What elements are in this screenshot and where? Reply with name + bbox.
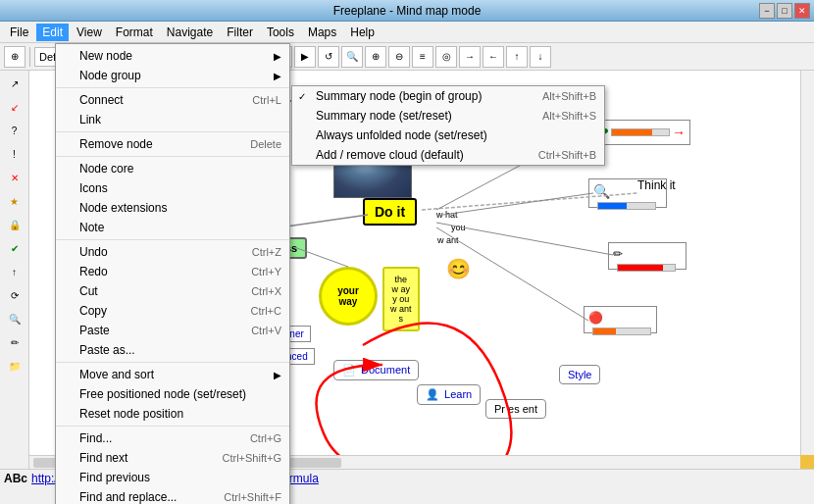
tb-btn6[interactable]: ⊖	[388, 46, 410, 68]
summary-reset-label: Summary node (set/reset)	[316, 109, 452, 123]
menu-note[interactable]: Note	[56, 218, 289, 237]
menu-paste-as[interactable]: Paste as...	[56, 340, 289, 360]
menu-help[interactable]: Help	[344, 24, 381, 41]
add-cloud-shortcut: Ctrl+Shift+B	[538, 149, 596, 161]
sidebar-btn-10[interactable]: ⟳	[4, 284, 25, 306]
menu-section-3: Remove node Delete	[56, 132, 289, 157]
menu-tools[interactable]: Tools	[261, 24, 300, 41]
menu-copy[interactable]: Copy Ctrl+C	[56, 301, 289, 321]
menu-find-replace[interactable]: Find and replace... Ctrl+Shift+F	[56, 487, 289, 504]
tb-btn4[interactable]: 🔍	[341, 46, 363, 68]
scrollbar-right[interactable]	[800, 71, 814, 455]
menu-find-previous[interactable]: Find previous	[56, 468, 289, 487]
menu-reset-position[interactable]: Reset node position	[56, 404, 289, 424]
right-box-3: ✏	[608, 242, 687, 270]
paste-as-label: Paste as...	[79, 343, 135, 357]
menu-navigate[interactable]: Navigate	[161, 24, 219, 41]
menu-icons[interactable]: Icons	[56, 178, 289, 198]
menu-undo[interactable]: Undo Ctrl+Z	[56, 242, 289, 262]
menu-remove-node[interactable]: Remove node Delete	[56, 134, 289, 154]
sidebar-btn-7[interactable]: 🔒	[4, 214, 25, 235]
minimize-button[interactable]: −	[759, 3, 775, 19]
link-label: Link	[79, 113, 101, 126]
sidebar-btn-13[interactable]: 📁	[4, 355, 25, 377]
tb-btn9[interactable]: →	[459, 46, 481, 68]
edit-menu-dropdown: New node ▶ Node group ▶ ✓ Summary node (…	[55, 43, 290, 504]
present-node[interactable]: Pr es ent	[485, 399, 546, 419]
sidebar-btn-4[interactable]: !	[4, 143, 25, 165]
sidebar-btn-12[interactable]: ✏	[4, 331, 25, 353]
remove-node-label: Remove node	[79, 137, 153, 151]
menu-maps[interactable]: Maps	[302, 24, 342, 41]
sidebar-btn-8[interactable]: ✔	[4, 237, 25, 259]
menu-file[interactable]: File	[4, 24, 34, 41]
menu-move-sort[interactable]: Move and sort ▶	[56, 365, 289, 384]
tb-btn10[interactable]: ←	[483, 46, 504, 68]
sidebar-btn-1[interactable]: ↗	[4, 73, 25, 94]
document-node[interactable]: 📄 Document	[333, 360, 419, 380]
menu-edit[interactable]: Edit	[36, 24, 69, 41]
node-group-submenu: ✓ Summary node (begin of group) Alt+Shif…	[291, 85, 605, 166]
sidebar-btn-11[interactable]: 🔍	[4, 308, 25, 329]
title-bar: Freeplane - Mind map mode − □ ✕	[0, 0, 814, 22]
menu-section-5: Undo Ctrl+Z Redo Ctrl+Y Cut Ctrl+X Copy …	[56, 240, 289, 363]
sidebar-btn-2[interactable]: ↙	[4, 96, 25, 118]
menu-free-positioned[interactable]: Free positioned node (set/reset)	[56, 384, 289, 404]
doit-node[interactable]: Do it	[363, 198, 417, 226]
tb-btn5[interactable]: ⊕	[365, 46, 386, 68]
label-what: w hat	[436, 210, 458, 220]
reset-position-label: Reset node position	[79, 407, 183, 421]
arrow-icon: →	[672, 125, 686, 140]
menu-filter[interactable]: Filter	[221, 24, 259, 41]
sidebar-btn-6[interactable]: ★	[4, 190, 25, 212]
menu-link[interactable]: Link	[56, 110, 289, 129]
new-node-label: New node	[79, 49, 132, 63]
tb-btn7[interactable]: ≡	[412, 46, 433, 68]
node-extensions-label: Node extensions	[79, 201, 167, 215]
pencil-icon: ✏	[613, 247, 623, 261]
menu-node-extensions[interactable]: Node extensions	[56, 198, 289, 218]
close-button[interactable]: ✕	[794, 3, 810, 19]
tb-new-node[interactable]: ⊕	[4, 46, 25, 68]
yourway-node[interactable]: your way	[319, 267, 378, 326]
menu-section-2: Connect Ctrl+L Link	[56, 88, 289, 132]
tb-btn8[interactable]: ◎	[435, 46, 457, 68]
find-next-label: Find next	[79, 451, 127, 465]
tb-btn2[interactable]: ▶	[294, 46, 316, 68]
cut-shortcut: Ctrl+X	[251, 285, 281, 297]
tb-sep1	[29, 47, 30, 67]
menu-format[interactable]: Format	[110, 24, 159, 41]
tb-btn3[interactable]: ↺	[318, 46, 339, 68]
window-title: Freeplane - Mind map mode	[333, 4, 482, 18]
sidebar-btn-3[interactable]: ?	[4, 120, 25, 141]
star-yellow-icon: 🔍	[593, 183, 610, 199]
node-group-label: Node group	[79, 69, 141, 82]
menu-find-next[interactable]: Find next Ctrl+Shift+G	[56, 448, 289, 468]
menu-node-core[interactable]: Node core	[56, 159, 289, 178]
menu-node-group[interactable]: Node group ▶ ✓ Summary node (begin of gr…	[56, 66, 289, 85]
want-node[interactable]: the w ay y ou w ant s	[382, 267, 420, 331]
sidebar-btn-5[interactable]: ✕	[4, 167, 25, 188]
tb-btn12[interactable]: ↓	[530, 46, 551, 68]
menu-paste[interactable]: Paste Ctrl+V	[56, 321, 289, 340]
submenu-always-unfolded[interactable]: Always unfolded node (set/reset)	[292, 126, 604, 145]
menu-new-node[interactable]: New node ▶	[56, 46, 289, 66]
sidebar-btn-9[interactable]: ↑	[4, 261, 25, 282]
menu-view[interactable]: View	[71, 24, 108, 41]
menu-connect[interactable]: Connect Ctrl+L	[56, 90, 289, 110]
menu-find[interactable]: Find... Ctrl+G	[56, 428, 289, 448]
maximize-button[interactable]: □	[777, 3, 792, 19]
tb-btn11[interactable]: ↑	[506, 46, 528, 68]
submenu-summary-reset[interactable]: Summary node (set/reset) Alt+Shift+S	[292, 106, 604, 126]
move-sort-label: Move and sort	[79, 368, 154, 381]
thinkit-node[interactable]: Think it	[637, 178, 676, 192]
paste-label: Paste	[79, 324, 110, 337]
menu-cut[interactable]: Cut Ctrl+X	[56, 281, 289, 301]
always-unfolded-label: Always unfolded node (set/reset)	[316, 128, 487, 142]
learn-node[interactable]: 👤 Learn	[417, 384, 481, 405]
redo-label: Redo	[79, 265, 108, 278]
submenu-add-remove-cloud[interactable]: Add / remove cloud (default) Ctrl+Shift+…	[292, 145, 604, 165]
submenu-summary-begin[interactable]: ✓ Summary node (begin of group) Alt+Shif…	[292, 86, 604, 106]
style-node[interactable]: Style	[559, 365, 600, 384]
menu-redo[interactable]: Redo Ctrl+Y	[56, 262, 289, 281]
